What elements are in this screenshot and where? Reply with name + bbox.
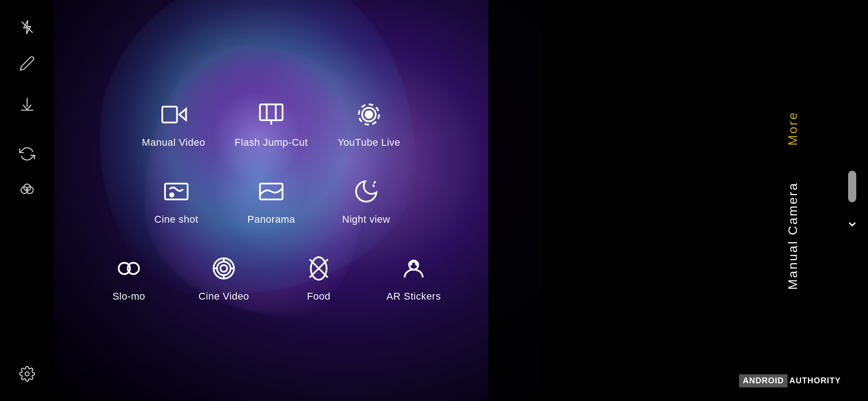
cine-shot-icon <box>160 176 192 207</box>
night-view-icon <box>350 176 382 207</box>
svg-rect-6 <box>162 107 177 123</box>
cine-shot-label: Cine shot <box>154 214 198 225</box>
modes-menu: Manual Video Flash Jump-Cut YouTube <box>54 0 488 401</box>
edit-icon[interactable] <box>14 50 41 77</box>
right-sidebar: More Manual Camera ⌄ <box>488 0 868 401</box>
svg-point-8 <box>366 111 373 118</box>
svg-point-5 <box>25 372 29 376</box>
panorama-label: Panorama <box>247 214 295 225</box>
menu-item-panorama[interactable]: Panorama <box>237 176 305 225</box>
menu-row-1: Manual Video Flash Jump-Cut YouTube <box>140 99 403 148</box>
menu-item-cine-shot[interactable]: Cine shot <box>142 176 210 225</box>
download-icon[interactable] <box>14 91 41 118</box>
youtube-live-label: YouTube Live <box>338 137 401 148</box>
slo-mo-label: Slo-mo <box>113 291 146 302</box>
settings-icon[interactable] <box>14 360 41 387</box>
cine-video-icon <box>208 253 240 284</box>
food-icon <box>303 253 335 284</box>
night-view-label: Night view <box>342 214 390 225</box>
scroll-indicator: ⌄ <box>845 171 859 230</box>
svg-point-27 <box>416 263 418 265</box>
menu-item-food[interactable]: Food <box>285 253 353 302</box>
svg-rect-7 <box>260 105 283 120</box>
youtube-live-icon <box>353 99 385 130</box>
menu-item-ar-stickers[interactable]: AR Stickers <box>380 253 448 302</box>
cine-video-label: Cine Video <box>198 291 249 302</box>
menu-item-manual-video[interactable]: Manual Video <box>140 99 208 148</box>
ar-stickers-label: AR Stickers <box>387 291 441 302</box>
left-sidebar <box>0 0 54 401</box>
menu-item-flash-jump-cut[interactable]: Flash Jump-Cut <box>235 99 308 148</box>
menu-row-3: Slo-mo Cine Video <box>95 253 448 302</box>
menu-row-2: Cine shot Panorama Night view <box>142 176 400 225</box>
svg-point-18 <box>221 265 227 272</box>
flash-jump-cut-label: Flash Jump-Cut <box>235 137 308 148</box>
filters-icon[interactable] <box>14 177 41 204</box>
svg-rect-11 <box>165 184 188 200</box>
right-sidebar-inner: More Manual Camera ⌄ <box>488 9 868 392</box>
svg-point-17 <box>217 262 231 275</box>
flash-off-icon[interactable] <box>14 14 41 41</box>
manual-video-icon <box>158 99 189 130</box>
slo-mo-icon <box>113 253 145 284</box>
watermark: ANDROID AUTHORITY <box>739 374 841 387</box>
panorama-icon <box>255 176 287 207</box>
flip-camera-icon[interactable] <box>14 140 41 167</box>
menu-item-youtube-live[interactable]: YouTube Live <box>335 99 403 148</box>
watermark-android: ANDROID <box>739 374 788 387</box>
watermark-authority: AUTHORITY <box>789 376 841 386</box>
svg-point-12 <box>170 193 174 197</box>
menu-item-cine-video[interactable]: Cine Video <box>190 253 258 302</box>
menu-item-slo-mo[interactable]: Slo-mo <box>95 253 163 302</box>
flash-jump-cut-icon <box>255 99 287 130</box>
food-label: Food <box>307 291 330 302</box>
scroll-pill <box>848 171 856 202</box>
chevron-down-icon[interactable]: ⌄ <box>845 211 859 230</box>
manual-camera-tab[interactable]: Manual Camera <box>786 182 800 290</box>
svg-point-26 <box>409 263 411 265</box>
ar-stickers-icon <box>398 253 429 284</box>
menu-item-night-view[interactable]: Night view <box>332 176 400 225</box>
more-tab[interactable]: More <box>786 111 800 146</box>
manual-video-label: Manual Video <box>142 137 205 148</box>
